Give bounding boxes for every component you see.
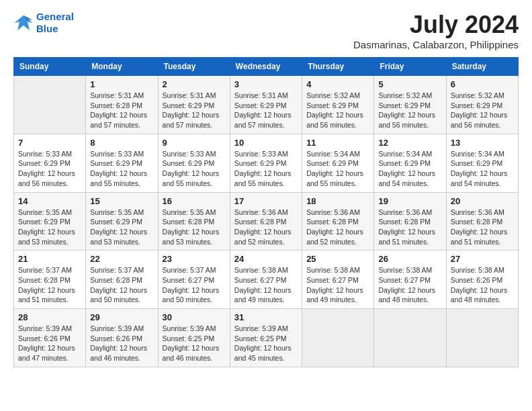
svg-marker-0 [15,15,33,31]
cell-week5-day1: 29Sunrise: 5:39 AMSunset: 6:26 PMDayligh… [86,309,158,367]
day-detail: Sunrise: 5:39 AMSunset: 6:25 PMDaylight:… [234,324,298,363]
day-number: 2 [163,79,226,89]
week-row-5: 28Sunrise: 5:39 AMSunset: 6:26 PMDayligh… [14,309,519,367]
day-number: 28 [18,312,81,322]
day-number: 18 [306,196,369,206]
cell-week1-day4: 4Sunrise: 5:32 AMSunset: 6:29 PMDaylight… [302,76,374,134]
day-detail: Sunrise: 5:34 AMSunset: 6:29 PMDaylight:… [378,149,441,189]
header: General Blue July 2024 Dasmarinas, Calab… [13,11,519,50]
logo-text: General Blue [36,11,74,35]
cell-week3-day3: 17Sunrise: 5:36 AMSunset: 6:28 PMDayligh… [230,192,302,250]
week-row-4: 21Sunrise: 5:37 AMSunset: 6:28 PMDayligh… [14,250,519,309]
day-detail: Sunrise: 5:32 AMSunset: 6:29 PMDaylight:… [378,91,441,130]
day-detail: Sunrise: 5:32 AMSunset: 6:29 PMDaylight:… [306,91,369,130]
cell-week4-day0: 21Sunrise: 5:37 AMSunset: 6:28 PMDayligh… [14,250,86,309]
day-number: 6 [451,79,514,89]
day-number: 20 [451,196,514,206]
column-header-thursday: Thursday [302,58,374,76]
day-number: 19 [378,196,441,206]
cell-week4-day2: 23Sunrise: 5:37 AMSunset: 6:27 PMDayligh… [158,250,230,309]
cell-week4-day6: 27Sunrise: 5:38 AMSunset: 6:26 PMDayligh… [446,250,518,309]
cell-week4-day5: 26Sunrise: 5:38 AMSunset: 6:27 PMDayligh… [374,250,446,309]
day-number: 11 [306,138,369,148]
day-number: 15 [90,196,153,206]
day-detail: Sunrise: 5:35 AMSunset: 6:29 PMDaylight:… [90,208,153,247]
cell-week3-day2: 16Sunrise: 5:35 AMSunset: 6:28 PMDayligh… [158,192,230,250]
cell-week2-day5: 12Sunrise: 5:34 AMSunset: 6:29 PMDayligh… [374,134,446,192]
cell-week2-day6: 13Sunrise: 5:34 AMSunset: 6:29 PMDayligh… [446,134,518,192]
cell-week1-day3: 3Sunrise: 5:31 AMSunset: 6:29 PMDaylight… [230,76,302,134]
calendar-table: SundayMondayTuesdayWednesdayThursdayFrid… [13,57,519,367]
day-number: 21 [18,254,81,264]
day-detail: Sunrise: 5:39 AMSunset: 6:26 PMDaylight:… [90,324,153,363]
cell-week5-day6 [446,309,518,367]
day-detail: Sunrise: 5:38 AMSunset: 6:27 PMDaylight:… [306,265,369,305]
cell-week1-day5: 5Sunrise: 5:32 AMSunset: 6:29 PMDaylight… [374,76,446,134]
day-detail: Sunrise: 5:31 AMSunset: 6:29 PMDaylight:… [234,91,298,130]
cell-week1-day6: 6Sunrise: 5:32 AMSunset: 6:29 PMDaylight… [446,76,518,134]
day-detail: Sunrise: 5:37 AMSunset: 6:28 PMDaylight:… [90,265,153,305]
day-detail: Sunrise: 5:33 AMSunset: 6:29 PMDaylight:… [163,149,226,189]
column-header-wednesday: Wednesday [230,58,302,76]
day-number: 13 [451,138,514,148]
cell-week2-day3: 10Sunrise: 5:33 AMSunset: 6:29 PMDayligh… [230,134,302,192]
cell-week3-day6: 20Sunrise: 5:36 AMSunset: 6:28 PMDayligh… [446,192,518,250]
column-header-saturday: Saturday [446,58,518,76]
day-number: 12 [378,138,441,148]
calendar-header-row: SundayMondayTuesdayWednesdayThursdayFrid… [14,58,519,76]
logo-line2: Blue [36,23,58,34]
day-detail: Sunrise: 5:35 AMSunset: 6:28 PMDaylight:… [163,208,226,247]
logo-line1: General [36,11,74,22]
cell-week1-day1: 1Sunrise: 5:31 AMSunset: 6:28 PMDaylight… [86,76,158,134]
cell-week5-day5 [374,309,446,367]
day-detail: Sunrise: 5:39 AMSunset: 6:25 PMDaylight:… [163,324,226,363]
week-row-3: 14Sunrise: 5:35 AMSunset: 6:29 PMDayligh… [14,192,519,250]
title-area: July 2024 Dasmarinas, Calabarzon, Philip… [353,11,519,50]
column-header-friday: Friday [374,58,446,76]
cell-week4-day4: 25Sunrise: 5:38 AMSunset: 6:27 PMDayligh… [302,250,374,309]
day-detail: Sunrise: 5:38 AMSunset: 6:27 PMDaylight:… [378,265,441,305]
cell-week1-day2: 2Sunrise: 5:31 AMSunset: 6:29 PMDaylight… [158,76,230,134]
day-number: 16 [163,196,226,206]
cell-week2-day0: 7Sunrise: 5:33 AMSunset: 6:29 PMDaylight… [14,134,86,192]
day-detail: Sunrise: 5:33 AMSunset: 6:29 PMDaylight:… [90,149,153,189]
day-detail: Sunrise: 5:32 AMSunset: 6:29 PMDaylight:… [451,91,514,130]
day-number: 8 [90,138,153,148]
day-number: 5 [378,79,441,89]
day-number: 1 [90,79,153,89]
day-detail: Sunrise: 5:36 AMSunset: 6:28 PMDaylight:… [378,208,441,247]
day-detail: Sunrise: 5:36 AMSunset: 6:28 PMDaylight:… [451,208,514,247]
subtitle: Dasmarinas, Calabarzon, Philippines [353,39,519,50]
day-number: 10 [234,138,298,148]
day-detail: Sunrise: 5:34 AMSunset: 6:29 PMDaylight:… [451,149,514,189]
cell-week3-day1: 15Sunrise: 5:35 AMSunset: 6:29 PMDayligh… [86,192,158,250]
day-detail: Sunrise: 5:39 AMSunset: 6:26 PMDaylight:… [18,324,81,363]
day-detail: Sunrise: 5:36 AMSunset: 6:28 PMDaylight:… [234,208,298,247]
day-detail: Sunrise: 5:33 AMSunset: 6:29 PMDaylight:… [234,149,298,189]
cell-week2-day1: 8Sunrise: 5:33 AMSunset: 6:29 PMDaylight… [86,134,158,192]
cell-week5-day4 [302,309,374,367]
day-detail: Sunrise: 5:34 AMSunset: 6:29 PMDaylight:… [306,149,369,189]
day-detail: Sunrise: 5:37 AMSunset: 6:27 PMDaylight:… [163,265,226,305]
day-number: 22 [90,254,153,264]
day-number: 29 [90,312,153,322]
main-title: July 2024 [353,11,519,39]
cell-week5-day2: 30Sunrise: 5:39 AMSunset: 6:25 PMDayligh… [158,309,230,367]
day-detail: Sunrise: 5:37 AMSunset: 6:28 PMDaylight:… [18,265,81,305]
week-row-1: 1Sunrise: 5:31 AMSunset: 6:28 PMDaylight… [14,76,519,134]
cell-week3-day0: 14Sunrise: 5:35 AMSunset: 6:29 PMDayligh… [14,192,86,250]
day-detail: Sunrise: 5:31 AMSunset: 6:29 PMDaylight:… [163,91,226,130]
day-number: 30 [163,312,226,322]
day-number: 17 [234,196,298,206]
cell-week4-day1: 22Sunrise: 5:37 AMSunset: 6:28 PMDayligh… [86,250,158,309]
column-header-sunday: Sunday [14,58,86,76]
day-number: 7 [18,138,81,148]
column-header-tuesday: Tuesday [158,58,230,76]
cell-week5-day0: 28Sunrise: 5:39 AMSunset: 6:26 PMDayligh… [14,309,86,367]
day-number: 27 [451,254,514,264]
day-detail: Sunrise: 5:38 AMSunset: 6:27 PMDaylight:… [234,265,298,305]
cell-week4-day3: 24Sunrise: 5:38 AMSunset: 6:27 PMDayligh… [230,250,302,309]
day-number: 31 [234,312,298,322]
calendar-body: 1Sunrise: 5:31 AMSunset: 6:28 PMDaylight… [14,76,519,367]
day-number: 26 [378,254,441,264]
